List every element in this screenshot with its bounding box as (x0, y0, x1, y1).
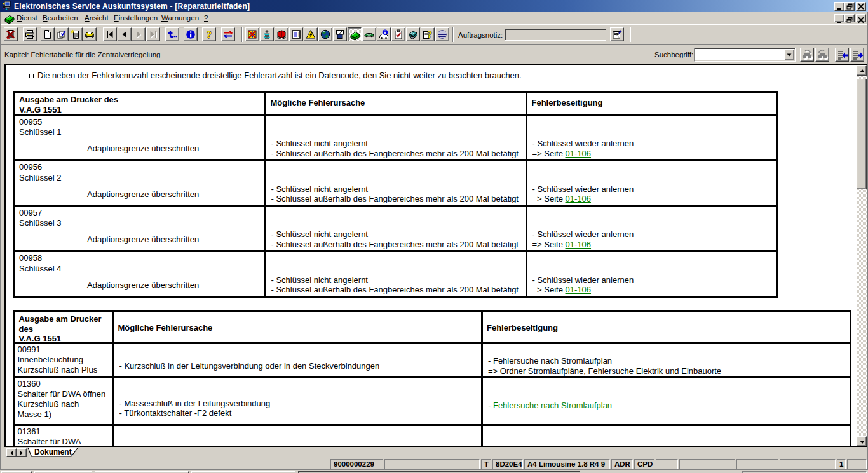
restore-button[interactable] (844, 2, 855, 11)
table-cell-code: 01360Schalter für DWA öffnenKurzschluß n… (15, 378, 112, 424)
status-field (736, 459, 778, 469)
table-header-cell: Mögliche Fehlerursache (114, 312, 482, 342)
copy-check-button[interactable] (55, 27, 69, 41)
combo-dropdown-button[interactable] (784, 49, 794, 60)
goto-button[interactable] (165, 27, 179, 41)
print-button[interactable] (23, 27, 37, 41)
order-note-button[interactable] (610, 27, 624, 41)
close-button[interactable] (856, 2, 866, 11)
nav-first-button[interactable] (103, 27, 117, 41)
auftragsnotiz-input[interactable] (505, 29, 606, 41)
taskbar (0, 469, 868, 473)
tab-dokument[interactable]: Dokument (27, 447, 79, 457)
small-car-button[interactable] (362, 27, 376, 41)
presentation-icon (335, 29, 345, 39)
exit-icon (6, 29, 16, 39)
table-cell-cause: - Masseschluß in der Leitungsverbindung-… (114, 378, 482, 424)
document-viewport: Die übrigen Stellen dienen der Verschlüs… (4, 64, 867, 448)
table-cell-cause: - Schlüssel nicht angelernt- Schlüssel a… (266, 207, 526, 250)
mdi-close-button[interactable] (856, 14, 866, 22)
globe-icon (320, 29, 330, 39)
page-link[interactable]: 01-106 (566, 194, 591, 203)
search-next-button[interactable] (815, 48, 829, 62)
menu-ansicht[interactable]: Ansicht (85, 14, 109, 22)
table-cell-cause: - Schlüssel nicht angelernt- Schlüssel a… (266, 161, 526, 205)
new-note-button[interactable] (69, 27, 83, 41)
svg-text:?: ? (207, 29, 212, 39)
page-link[interactable]: 01-106 (566, 240, 591, 249)
swap-button[interactable] (221, 27, 235, 41)
vehicle-icon (85, 29, 95, 39)
swap-icon (223, 29, 233, 39)
document-help-button[interactable]: ? (421, 27, 435, 41)
globe-button[interactable] (318, 27, 332, 41)
app-icon[interactable] (2, 1, 12, 13)
vehicle-data-button[interactable] (377, 27, 391, 41)
menu-bearbeiten[interactable]: Bearbeiten (43, 14, 78, 22)
electrical-warning-icon (306, 29, 316, 39)
checklist-icon (393, 29, 403, 39)
table-header-cell: Fehlerbeseitigung (527, 93, 776, 114)
nav-next-icon (133, 29, 144, 39)
search-combobox[interactable] (694, 48, 796, 62)
nav-previous-button[interactable] (118, 27, 132, 41)
arrow-right-icon (20, 451, 24, 455)
menu-dienst[interactable]: Dienst (17, 14, 37, 22)
mdi-minimize-button[interactable] (834, 14, 844, 22)
help-button[interactable]: ? (202, 27, 216, 41)
scroll-down-button[interactable] (857, 436, 867, 446)
previous-document-button[interactable] (835, 48, 849, 62)
repair-guide-button[interactable] (348, 27, 362, 41)
restore-icon (845, 3, 854, 10)
repair-manual-icon (276, 29, 287, 39)
new-document-icon (43, 29, 53, 39)
minimize-icon (835, 3, 844, 10)
table-cell-code: 00957Schlüssel 3Adaptionsgrenze überschr… (15, 207, 264, 250)
stromlaufplan-link[interactable]: - Fehlersuche nach Stromlaufplan (488, 401, 850, 411)
status-field (679, 459, 735, 469)
minimize-button[interactable] (834, 2, 844, 11)
menu-help[interactable]: ? (204, 14, 208, 22)
status-field (780, 459, 836, 469)
vehicle-button[interactable] (83, 27, 97, 41)
fault-table-1: Ausgabe am Drucker desV.A.G 1551 Möglich… (13, 91, 778, 298)
presentation-button[interactable] (333, 27, 347, 41)
search-previous-button[interactable] (800, 48, 814, 62)
database-button[interactable] (435, 27, 449, 41)
next-document-button[interactable] (850, 48, 864, 62)
info-button[interactable] (184, 27, 198, 41)
search-next-icon (817, 50, 829, 61)
status-cpd: CPD (634, 459, 654, 469)
exit-button[interactable] (4, 27, 18, 41)
electrical-warning-button[interactable] (304, 27, 318, 41)
next-document-icon (852, 50, 864, 61)
mdi-restore-button[interactable] (844, 14, 855, 22)
document-help-icon: ? (423, 29, 433, 39)
scroll-up-button[interactable] (857, 65, 867, 76)
repair-manual-button[interactable] (275, 27, 288, 41)
tab-scroll-left-button[interactable] (6, 448, 17, 457)
order-note-icon (612, 29, 622, 39)
vertical-scrollbar[interactable] (857, 65, 867, 446)
nav-last-button[interactable] (146, 27, 160, 41)
systems-overview-button[interactable] (245, 27, 259, 41)
menu-einstellungen[interactable]: Einstellungen (114, 14, 158, 22)
menu-warnungen[interactable]: Warnungen (161, 14, 199, 22)
chapter-label: Kapitel: Fehlertabelle für die Zentralve… (4, 51, 160, 58)
checklist-button[interactable] (391, 27, 405, 41)
arrow-left-icon (10, 451, 13, 455)
document-list-button[interactable] (289, 27, 303, 41)
tab-scroll-right-button[interactable] (17, 448, 27, 457)
arrow-up-icon (859, 69, 865, 74)
assembly-groups-button[interactable] (406, 27, 420, 41)
scrollbar-thumb[interactable] (857, 79, 867, 189)
fault-table-2: Ausgabe am DruckerdesV.A.G 1551 Mögliche… (13, 310, 851, 447)
green-book-icon (4, 13, 15, 24)
page-link[interactable]: 01-106 (566, 149, 591, 158)
nav-next-button[interactable] (132, 27, 146, 41)
assembly-groups-icon (408, 29, 418, 39)
customer-service-button[interactable] (260, 27, 274, 41)
new-document-button[interactable] (41, 27, 55, 41)
page-link[interactable]: 01-106 (566, 285, 591, 294)
new-note-icon (71, 29, 81, 39)
